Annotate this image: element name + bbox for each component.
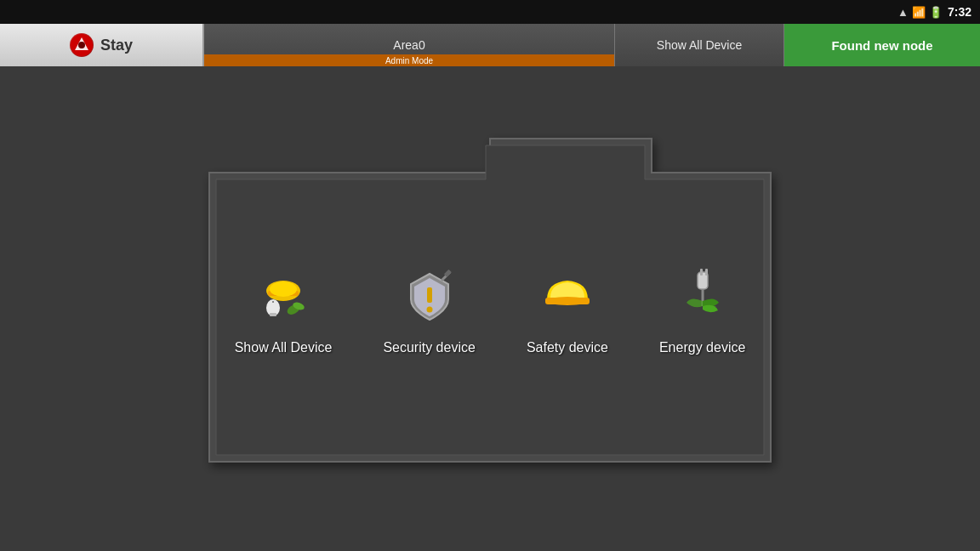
- security-device-label: Security device: [383, 340, 476, 355]
- found-new-node-button[interactable]: Found new node: [784, 24, 980, 66]
- status-icons: ▲ 📶 🔋: [897, 6, 943, 19]
- svg-rect-19: [705, 269, 708, 276]
- safety-icon-wrapper: [533, 262, 601, 330]
- show-all-icon: [253, 265, 314, 327]
- area-label: Area0: [393, 38, 424, 52]
- security-device-item[interactable]: Security device: [383, 262, 476, 355]
- app-logo: [70, 33, 94, 57]
- found-new-node-label: Found new node: [831, 38, 932, 53]
- device-icons-container: Show All Device: [158, 105, 822, 513]
- security-icon-wrapper: [396, 262, 464, 330]
- safety-device-item[interactable]: Safety device: [527, 262, 608, 355]
- stay-label: Stay: [100, 37, 133, 54]
- svg-point-5: [270, 281, 297, 297]
- floor-plan: Show All Device: [158, 105, 822, 513]
- show-all-device-item[interactable]: Show All Device: [235, 262, 333, 355]
- signal-icon: ▲: [897, 6, 909, 19]
- svg-point-12: [426, 307, 432, 313]
- main-content: Show All Device: [0, 66, 980, 551]
- energy-device-item[interactable]: Energy device: [659, 262, 745, 355]
- status-bar: ▲ 📶 🔋 7:32: [0, 0, 980, 24]
- security-icon: [399, 265, 460, 327]
- admin-mode-bar: Admin Mode: [204, 54, 614, 66]
- svg-rect-11: [427, 287, 432, 303]
- show-all-device-header-button[interactable]: Show All Device: [614, 24, 784, 66]
- admin-mode-label: Admin Mode: [385, 56, 433, 65]
- safety-device-label: Safety device: [527, 340, 608, 355]
- svg-rect-18: [700, 269, 703, 276]
- energy-device-label: Energy device: [659, 340, 745, 355]
- clock: 7:32: [948, 5, 971, 19]
- header-bar: Stay Area0 Admin Mode Show All Device Fo…: [0, 24, 980, 66]
- show-all-device-label: Show All Device: [235, 340, 333, 355]
- svg-rect-7: [270, 313, 276, 316]
- area-section: Area0 Admin Mode: [204, 24, 614, 66]
- energy-icon-wrapper: [669, 262, 737, 330]
- safety-icon: [537, 265, 598, 327]
- svg-point-16: [545, 297, 590, 305]
- svg-point-2: [78, 42, 85, 48]
- energy-icon: [672, 265, 733, 327]
- battery-icon: 🔋: [929, 6, 943, 19]
- show-all-device-header-label: Show All Device: [657, 38, 742, 52]
- stay-button[interactable]: Stay: [0, 24, 204, 66]
- show-all-icon-wrapper: [249, 262, 317, 330]
- wifi-icon: 📶: [912, 6, 926, 19]
